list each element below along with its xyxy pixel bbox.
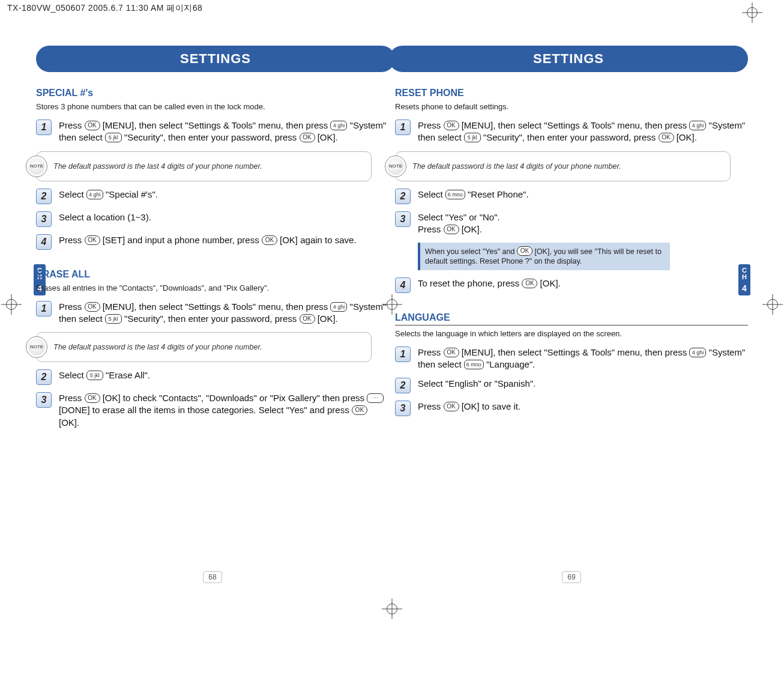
step: 2Select "English" or "Spanish". xyxy=(395,378,748,393)
step-text: Press OK [MENU], then select "Settings &… xyxy=(59,301,389,325)
step-text: Select "English" or "Spanish". xyxy=(418,378,748,390)
page-number-right: 69 xyxy=(562,571,581,583)
page-banner: SETTINGS xyxy=(36,41,389,77)
page-number-left: 68 xyxy=(203,571,222,583)
steps-list: 1Press OK [MENU], then select "Settings … xyxy=(395,347,748,417)
step: 1Press OK [MENU], then select "Settings … xyxy=(36,120,389,144)
step-text: Press OK [MENU], then select "Settings &… xyxy=(418,120,748,144)
step-text: Select 4 ghi "Special #'s". xyxy=(59,189,389,201)
step: 1Press OK [MENU], then select "Settings … xyxy=(395,120,748,144)
step-number-badge: 3 xyxy=(36,211,52,227)
step-number-badge: 3 xyxy=(395,401,411,416)
step-number-badge: 3 xyxy=(395,211,411,227)
step-text: Press OK [OK] to check "Contacts", "Down… xyxy=(59,392,389,429)
banner-title: SETTINGS xyxy=(180,51,251,67)
step: 1Press OK [MENU], then select "Settings … xyxy=(36,301,389,325)
step-text: Press OK [MENU], then select "Settings &… xyxy=(418,347,748,371)
step-number-badge: 4 xyxy=(36,234,52,250)
note-icon xyxy=(385,156,406,177)
step: 3Select "Yes" or "No".Press OK [OK]. xyxy=(395,211,748,236)
section-subtitle: Erases all entries in the "Contacts", "D… xyxy=(36,283,389,292)
section-title: SPECIAL #'s xyxy=(36,88,389,98)
steps-list: 1Press OK [MENU], then select "Settings … xyxy=(36,301,389,429)
step: 1Press OK [MENU], then select "Settings … xyxy=(395,347,748,371)
registration-mark-icon xyxy=(762,294,783,315)
step: 3Select a location (1~3). xyxy=(36,211,389,227)
step: 4Press OK [SET] and input a phone number… xyxy=(36,234,389,250)
page-left: SETTINGS SPECIAL #'sStores 3 phone numbe… xyxy=(36,35,389,594)
step-text: Press OK [SET] and input a phone number,… xyxy=(59,234,389,246)
note-callout: The default password is the last 4 digit… xyxy=(36,332,372,362)
step-text: Select 6 mno "Reset Phone". xyxy=(418,189,748,201)
step-number-badge: 3 xyxy=(36,392,52,408)
note-icon xyxy=(26,156,47,177)
step-text: Press OK [OK] to save it. xyxy=(418,401,748,413)
section-title: ERASE ALL xyxy=(36,269,389,280)
note-text: The default password is the last 4 digit… xyxy=(53,162,262,171)
step-text: Select a location (1~3). xyxy=(59,211,389,223)
print-header-text: TX-180VW_050607 2005.6.7 11:30 AM 페이지68 xyxy=(7,3,202,13)
info-box: When you select "Yes" and OK [OK], you w… xyxy=(418,243,670,270)
section-title: LANGUAGE xyxy=(395,312,748,325)
print-header: TX-180VW_050607 2005.6.7 11:30 AM 페이지68 xyxy=(0,0,784,22)
note-text: The default password is the last 4 digit… xyxy=(412,162,621,171)
note-text: The default password is the last 4 digit… xyxy=(53,343,262,351)
step-text: Select "Yes" or "No".Press OK [OK]. xyxy=(418,211,748,236)
banner-pill: SETTINGS xyxy=(36,46,395,72)
step: 2Select 6 mno "Reset Phone". xyxy=(395,189,748,204)
page-spread: SETTINGS SPECIAL #'sStores 3 phone numbe… xyxy=(36,35,748,594)
note-callout: The default password is the last 4 digit… xyxy=(36,151,372,181)
step: 2Select 5 jkl "Erase All". xyxy=(36,369,389,385)
step-number-badge: 1 xyxy=(36,301,52,316)
section-subtitle: Stores 3 phone numbers that can be calle… xyxy=(36,102,389,111)
steps-list: 1Press OK [MENU], then select "Settings … xyxy=(36,120,389,250)
section-title: RESET PHONE xyxy=(395,88,748,98)
step-number-badge: 1 xyxy=(36,120,52,135)
step-text: To reset the phone, press OK [OK]. xyxy=(418,277,748,289)
page-left-body: SPECIAL #'sStores 3 phone numbers that c… xyxy=(36,88,389,440)
step-text: Press OK [MENU], then select "Settings &… xyxy=(59,120,389,144)
note-callout: The default password is the last 4 digit… xyxy=(395,151,731,181)
section-subtitle: Resets phone to default settings. xyxy=(395,102,748,111)
step-number-badge: 4 xyxy=(395,277,411,293)
registration-mark-icon xyxy=(1,294,22,315)
step-number-badge: 2 xyxy=(36,189,52,204)
step-number-badge: 2 xyxy=(36,369,52,385)
step-number-badge: 1 xyxy=(395,120,411,135)
page-right: SETTINGS RESET PHONEResets phone to defa… xyxy=(395,35,748,594)
step: 4To reset the phone, press OK [OK]. xyxy=(395,277,748,293)
page-right-body: RESET PHONEResets phone to default setti… xyxy=(395,88,748,427)
page-banner: SETTINGS xyxy=(395,41,748,77)
registration-mark-icon xyxy=(382,599,402,619)
step: 2Select 4 ghi "Special #'s". xyxy=(36,189,389,204)
step-text: Select 5 jkl "Erase All". xyxy=(59,369,389,381)
banner-title: SETTINGS xyxy=(533,51,604,67)
steps-list: 1Press OK [MENU], then select "Settings … xyxy=(395,120,748,293)
banner-pill: SETTINGS xyxy=(389,46,748,72)
section-subtitle: Selects the language in which letters ar… xyxy=(395,329,748,338)
step-number-badge: 2 xyxy=(395,378,411,393)
note-icon xyxy=(26,336,47,358)
step: 3Press OK [OK] to check "Contacts", "Dow… xyxy=(36,392,389,429)
step-number-badge: 1 xyxy=(395,347,411,362)
step-number-badge: 2 xyxy=(395,189,411,204)
step: 3Press OK [OK] to save it. xyxy=(395,401,748,416)
